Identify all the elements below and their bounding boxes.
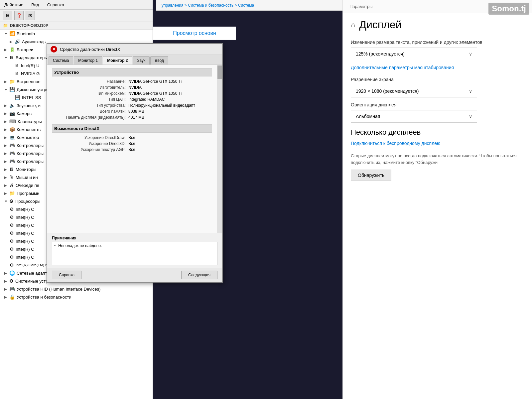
tree-label-cpu5: Intel(R) C [16, 239, 34, 244]
dx-field-value: NVIDIA GeForce GTX 1050 Ti [128, 91, 212, 96]
toolbar-btn-2[interactable]: ❓ [14, 11, 24, 20]
tab-monitor2[interactable]: Монитор 2 [103, 56, 132, 65]
dx-field-value: Integrated RAMDAC [128, 97, 212, 102]
tree-label-battery: Батареи [17, 47, 33, 52]
dx-content-wrapper: Устройство Название:NVIDIA GeForce GTX 1… [47, 65, 222, 233]
scale-arrow: ∨ [469, 51, 472, 57]
tree-label-monitors: Мониторы [16, 167, 36, 172]
tree-label-nvidia: NVIDIA G [21, 71, 40, 76]
tab-input[interactable]: Ввод [150, 56, 168, 65]
dm-menubar: Действие Вид Справка [0, 0, 153, 10]
tree-label-ctrl3: Контроллеры [17, 159, 44, 164]
dx-tabs: Система Монитор 1 Монитор 2 Звук Ввод [47, 55, 222, 65]
dx-notes-box: • Неполадок не найдено. [52, 242, 217, 265]
menu-view[interactable]: Вид [30, 2, 41, 8]
tree-item-security[interactable]: ▶ 🔒 Устройства и безопасности [0, 293, 153, 301]
settings-title-bar: ⌂ Дисплей [343, 13, 532, 34]
dx-content: Устройство Название:NVIDIA GeForce GTX 1… [47, 65, 217, 233]
tree-label-audio: Аудиовходы [22, 39, 47, 44]
home-icon[interactable]: ⌂ [351, 21, 355, 29]
dx-titlebar: ✕ Средство диагностики DirectX [47, 44, 222, 55]
dx-directx-field-value: Вкл [128, 141, 212, 146]
dx-field-row: Тип ЦАП:Integrated RAMDAC [52, 97, 212, 102]
dx-device-section: Устройство [52, 68, 212, 76]
tree-item-hid[interactable]: ▶ 🎮 Устройства HID (Human Interface Devi… [0, 285, 153, 293]
tree-label-intel-u: Intel(R) U [21, 63, 40, 68]
dx-help-btn[interactable]: Справка [52, 271, 81, 279]
menu-action[interactable]: Действие [3, 2, 25, 8]
detect-button[interactable]: Обнаружить [351, 170, 391, 181]
tree-label-queues: Очереди пе [16, 183, 39, 188]
directx-window: ✕ Средство диагностики DirectX Система М… [47, 43, 223, 283]
settings-panel: Параметры ⌂ Дисплей Изменение размера те… [342, 0, 532, 399]
tree-label-video: Видеоадаптеры [16, 55, 48, 60]
dx-field-value: 8038 MB [128, 109, 212, 114]
dx-field-label: Всего памяти: [52, 109, 128, 114]
scaling-link[interactable]: Дополнительные параметры масштабирования [351, 65, 524, 70]
tree-label-hid: Устройства HID (Human Interface Devices) [17, 287, 100, 292]
dx-directx-field-label: Ускорение текстур AGP: [52, 147, 128, 152]
dx-directx-field-row: Ускорение текстур AGP:Вкл [52, 147, 212, 152]
scale-dropdown[interactable]: 125% (рекомендуется) ∨ [351, 48, 477, 60]
tree-label-sound: Звуковые, и [17, 103, 41, 108]
dx-directx-field-label: Ускорение Direct3D: [52, 141, 128, 146]
orientation-dropdown[interactable]: Альбомная ∨ [351, 110, 477, 123]
connect-wireless-link[interactable]: Подключиться к беспроводному дисплею [351, 141, 524, 146]
orientation-value: Альбомная [356, 114, 380, 119]
dx-directx-field-row: Ускорение Direct3D:Вкл [52, 141, 212, 146]
dm-tree-header: 📁 DESKTOP-O9OJ10P [0, 22, 153, 30]
dx-scroll-thumb[interactable] [217, 66, 222, 79]
breadcrumb: управления > Система и безопасность > Си… [162, 3, 254, 8]
tab-system[interactable]: Система [49, 56, 73, 65]
dm-toolbar: 🖥 ❓ ✉ [0, 10, 153, 22]
dx-field-row: Всего памяти:8038 MB [52, 109, 212, 114]
dx-field-row: Изготовитель:NVIDIA [52, 85, 212, 90]
dx-scrollbar[interactable] [217, 65, 222, 233]
tree-label-keyboards: Клавиатуры [18, 119, 42, 124]
dx-notes-title: Примечания [52, 236, 217, 240]
tree-label-cpu4: Intel(R) C [16, 231, 34, 236]
orientation-arrow: ∨ [469, 114, 472, 119]
dx-notes-text: Неполадок не найдено. [58, 243, 102, 248]
tab-monitor1[interactable]: Монитор 1 [74, 56, 102, 65]
scale-value: 125% (рекомендуется) [356, 51, 405, 57]
resolution-dropdown[interactable]: 1920 × 1080 (рекомендуется) ∨ [351, 85, 477, 97]
dx-directx-field-label: Ускорение DirectDraw: [52, 135, 128, 140]
tree-label-bluetooth: Bluetooth [17, 31, 35, 36]
dx-field-label: Тип устройства: [52, 103, 128, 108]
tree-item-bluetooth[interactable]: ▼ 📶 Bluetooth [0, 30, 153, 38]
prosmotr-bar: Просмотр основн [153, 27, 236, 40]
resolution-label: Разрешение экрана [351, 77, 524, 82]
dx-directx-field-value: Вкл [128, 135, 212, 140]
tree-label-cameras: Камеры [17, 111, 33, 116]
dx-field-value: Полнофункциональный видеоадапт [128, 103, 212, 108]
dx-field-label: Память дисплея (видеопамять): [52, 115, 128, 120]
dx-directx-field-value: Вкл [128, 147, 212, 152]
toolbar-btn-1[interactable]: 🖥 [3, 11, 12, 20]
dx-next-btn[interactable]: Следующая [181, 271, 217, 279]
settings-title: Дисплей [359, 19, 401, 31]
dx-notes-item: • Неполадок не найдено. [54, 243, 215, 248]
tree-label-cpu: Процессоры [15, 199, 40, 204]
dx-field-value: NVIDIA GeForce GTX 1050 Ti [128, 79, 212, 84]
multiple-displays-title: Несколько дисплеев [351, 128, 524, 137]
dx-field-label: Изготовитель: [52, 85, 128, 90]
toolbar-btn-3[interactable]: ✉ [26, 11, 35, 20]
dm-computer-name: DESKTOP-O9OJ10P [10, 23, 48, 28]
scale-label: Изменение размера текста, приложений и д… [351, 40, 524, 45]
dx-title-text: Средство диагностики DirectX [60, 47, 120, 52]
resolution-value: 1920 × 1080 (рекомендуется) [356, 88, 419, 94]
tree-label-security: Устройства и безопасности [17, 295, 71, 300]
menu-help[interactable]: Справка [46, 2, 66, 8]
dx-field-row: Название:NVIDIA GeForce GTX 1050 Ti [52, 79, 212, 84]
dx-field-value: 4017 MB [128, 115, 212, 120]
watermark-logo: Somon.tj [488, 3, 529, 15]
dx-field-label: Тип ЦАП: [52, 97, 128, 102]
tree-label-embedded: Встроенное [17, 79, 41, 84]
tab-sound[interactable]: Звук [133, 56, 150, 65]
tree-label-cpu7: Intel(R) C [16, 255, 34, 260]
old-displays-desc: Старые дисплеи могут не всегда подключат… [351, 153, 524, 166]
dx-title-icon: ✕ [51, 46, 57, 53]
dx-field-row: Тип микросхем:NVIDIA GeForce GTX 1050 Ti [52, 91, 212, 96]
dx-field-row: Память дисплея (видеопамять):4017 MB [52, 115, 212, 120]
